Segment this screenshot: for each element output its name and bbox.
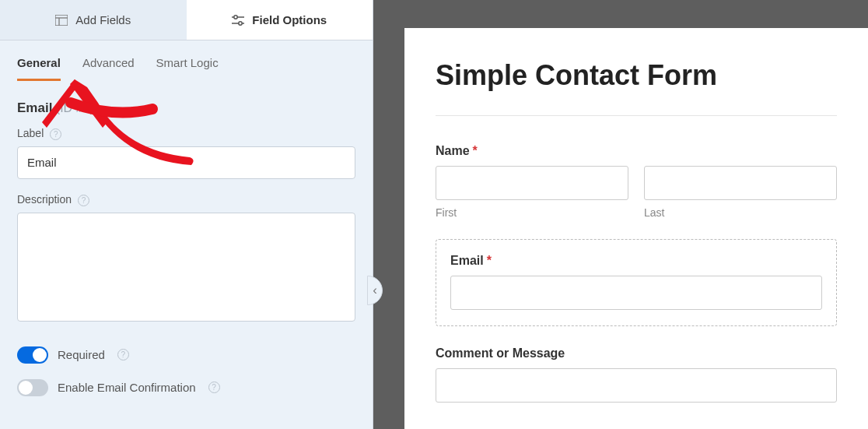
email-field-label: Email	[450, 254, 484, 267]
collapse-sidebar-button[interactable]	[367, 276, 383, 305]
required-toggle[interactable]	[17, 346, 48, 364]
description-heading: Description	[17, 193, 72, 206]
tab-field-options-label: Field Options	[252, 13, 327, 26]
svg-rect-0	[55, 15, 68, 26]
description-input[interactable]	[17, 213, 355, 322]
comment-input[interactable]	[436, 368, 837, 403]
tab-field-options[interactable]: Field Options	[187, 0, 373, 40]
tab-add-fields[interactable]: Add Fields	[0, 0, 187, 40]
email-confirmation-toggle[interactable]	[17, 379, 48, 396]
form-preview-canvas: Simple Contact Form Name* First Last Ema…	[404, 28, 868, 429]
help-icon[interactable]: ?	[208, 382, 220, 393]
email-field-selected[interactable]: Email*	[436, 239, 837, 326]
name-field-label: Name	[436, 144, 470, 157]
last-name-sublabel: Last	[644, 206, 837, 219]
field-options-title: Email	[17, 100, 52, 115]
required-label: Required	[58, 348, 105, 361]
required-asterisk: *	[473, 144, 478, 157]
tab-add-fields-label: Add Fields	[75, 13, 131, 26]
subtab-smart-logic[interactable]: Smart Logic	[156, 56, 219, 81]
required-asterisk: *	[487, 254, 492, 267]
field-id-text: (ID #1)	[56, 101, 94, 114]
help-icon[interactable]: ?	[117, 349, 129, 360]
subtab-general[interactable]: General	[17, 56, 61, 81]
label-input[interactable]	[17, 146, 355, 179]
first-name-sublabel: First	[436, 206, 628, 219]
first-name-input[interactable]	[436, 166, 628, 200]
help-icon[interactable]: ?	[50, 128, 61, 140]
last-name-input[interactable]	[644, 166, 837, 200]
add-fields-icon	[55, 14, 68, 26]
subtab-advanced[interactable]: Advanced	[82, 56, 135, 81]
svg-point-6	[239, 21, 242, 24]
form-title: Simple Contact Form	[436, 59, 837, 92]
label-heading: Label	[17, 127, 44, 139]
comment-field-label: Comment or Message	[436, 346, 837, 360]
field-options-icon	[232, 14, 244, 26]
svg-point-4	[234, 15, 237, 18]
email-confirmation-label: Enable Email Confirmation	[58, 381, 196, 394]
divider	[436, 115, 837, 116]
email-input[interactable]	[450, 276, 822, 310]
help-icon[interactable]: ?	[78, 195, 89, 206]
